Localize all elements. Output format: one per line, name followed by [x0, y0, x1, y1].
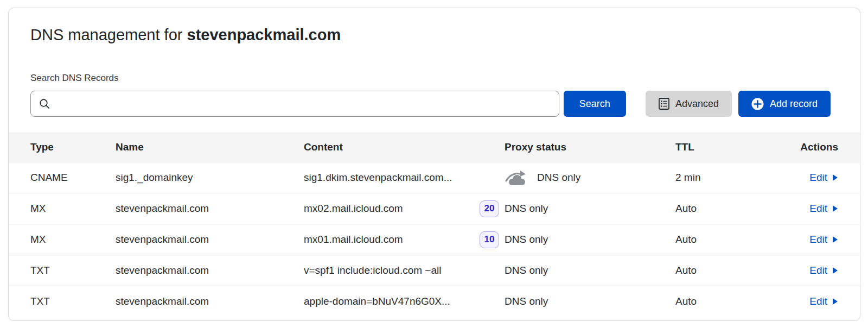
page-title-prefix: DNS management for	[30, 26, 187, 43]
record-name: sig1._domainkey	[116, 172, 304, 184]
edit-link[interactable]: Edit	[809, 234, 838, 246]
record-ttl: Auto	[675, 265, 754, 276]
proxy-status: DNS only	[505, 265, 548, 276]
record-type: CNAME	[9, 172, 116, 184]
add-record-button[interactable]: Add record	[738, 91, 831, 117]
search-box	[30, 91, 559, 117]
search-toolbar: Search Advanced Add record	[30, 91, 831, 117]
record-content: mx01.mail.icloud.com	[304, 234, 403, 246]
add-record-button-label: Add record	[770, 98, 818, 110]
edit-caret-icon	[832, 267, 838, 274]
table-row: TXT stevenpackmail.com apple-domain=bNuV…	[9, 286, 860, 317]
edit-link[interactable]: Edit	[809, 203, 838, 215]
record-ttl: Auto	[675, 203, 754, 215]
proxy-status: DNS only	[505, 295, 548, 307]
header-type: Type	[9, 141, 116, 153]
record-type: TXT	[9, 295, 116, 307]
edit-caret-icon	[832, 205, 838, 212]
table-row: TXT stevenpackmail.com v=spf1 include:ic…	[9, 255, 860, 286]
record-ttl: Auto	[675, 234, 754, 246]
edit-caret-icon	[832, 174, 838, 181]
proxy-status: DNS only	[505, 203, 548, 215]
page-title: DNS management for stevenpackmail.com	[30, 26, 838, 44]
table-header-row: Type Name Content Proxy status TTL Actio…	[9, 132, 860, 162]
header-name: Name	[116, 141, 304, 153]
proxy-status: DNS only	[505, 234, 548, 246]
record-type: MX	[9, 234, 116, 246]
header-actions: Actions	[754, 141, 860, 153]
record-name: stevenpackmail.com	[116, 203, 304, 215]
search-button[interactable]: Search	[564, 91, 626, 117]
edit-link[interactable]: Edit	[809, 295, 838, 307]
mx-priority-badge: 10	[480, 231, 499, 248]
table-row: MX stevenpackmail.com mx02.mail.icloud.c…	[9, 193, 860, 224]
record-name: stevenpackmail.com	[116, 265, 304, 276]
table-row: CNAME sig1._domainkey sig1.dkim.stevenpa…	[9, 162, 860, 193]
record-ttl: Auto	[675, 295, 754, 307]
proxy-status: DNS only	[537, 172, 580, 184]
record-type: MX	[9, 203, 116, 215]
edit-link[interactable]: Edit	[809, 172, 838, 184]
record-type: TXT	[9, 265, 116, 276]
edit-caret-icon	[832, 298, 838, 305]
record-name: stevenpackmail.com	[116, 234, 304, 246]
dns-management-card: DNS management for stevenpackmail.com Se…	[8, 8, 860, 321]
record-content: sig1.dkim.stevenpackmail.com...	[304, 172, 452, 184]
dns-only-cloud-icon	[505, 169, 529, 186]
search-records-label: Search DNS Records	[30, 73, 838, 84]
advanced-button[interactable]: Advanced	[646, 91, 732, 117]
advanced-list-icon	[659, 98, 669, 110]
search-input[interactable]	[30, 91, 559, 117]
record-name: stevenpackmail.com	[116, 295, 304, 307]
advanced-button-label: Advanced	[675, 98, 719, 110]
edit-link[interactable]: Edit	[809, 265, 838, 276]
edit-caret-icon	[832, 236, 838, 243]
dns-records-table: Type Name Content Proxy status TTL Actio…	[9, 132, 860, 317]
mx-priority-badge: 20	[480, 200, 499, 217]
table-row: MX stevenpackmail.com mx01.mail.icloud.c…	[9, 224, 860, 255]
record-content: mx02.mail.icloud.com	[304, 203, 403, 215]
page-title-domain: stevenpackmail.com	[187, 26, 341, 43]
record-content: v=spf1 include:icloud.com ~all	[304, 265, 441, 276]
plus-circle-icon	[751, 98, 764, 110]
record-ttl: 2 min	[675, 172, 754, 184]
header-proxy: Proxy status	[505, 141, 675, 153]
record-content: apple-domain=bNuV47n6G0X...	[304, 295, 450, 307]
header-content: Content	[304, 141, 505, 153]
header-ttl: TTL	[675, 141, 754, 153]
